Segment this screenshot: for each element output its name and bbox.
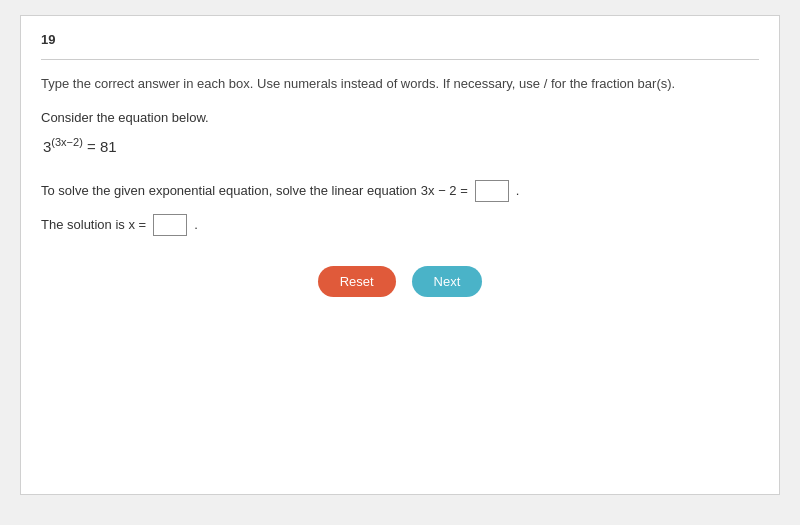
divider bbox=[41, 59, 759, 60]
buttons-row: Reset Next bbox=[41, 266, 759, 297]
answer-input-1[interactable] bbox=[475, 180, 509, 202]
answer-input-2[interactable] bbox=[153, 214, 187, 236]
solution-label-text: The solution is x = bbox=[41, 217, 146, 232]
reset-button[interactable]: Reset bbox=[318, 266, 396, 297]
solve-instruction: To solve the given exponential equation,… bbox=[41, 180, 759, 202]
instructions-text: Type the correct answer in each box. Use… bbox=[41, 74, 759, 94]
equation-exponent: (3x−2) bbox=[51, 136, 83, 148]
next-button[interactable]: Next bbox=[412, 266, 483, 297]
consider-text: Consider the equation below. bbox=[41, 110, 759, 125]
equation-display: 3(3x−2) = 81 bbox=[43, 133, 759, 160]
solution-line: The solution is x = . bbox=[41, 214, 759, 236]
linear-equation-text: 3x − 2 = bbox=[421, 183, 468, 198]
main-content: 19 Type the correct answer in each box. … bbox=[20, 15, 780, 495]
question-number: 19 bbox=[41, 32, 759, 47]
solution-period: . bbox=[194, 217, 198, 232]
solve-intro-text: To solve the given exponential equation,… bbox=[41, 183, 417, 198]
solve-period: . bbox=[516, 183, 520, 198]
equation-equals: = 81 bbox=[87, 138, 117, 155]
